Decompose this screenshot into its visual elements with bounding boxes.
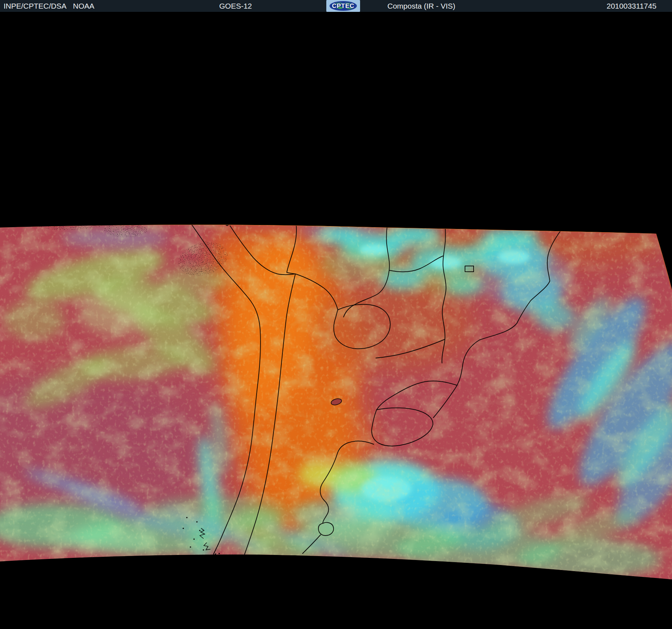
fjords-squiggle-1 <box>212 554 226 563</box>
scan-edge-yellow-1 <box>196 224 257 224</box>
texture-fine <box>0 216 672 600</box>
screenshot-root: INPE/CPTEC/DSA NOAA GOES-12 Composta (IR… <box>0 0 672 629</box>
satellite-image <box>0 0 672 629</box>
swath-content <box>0 196 672 600</box>
